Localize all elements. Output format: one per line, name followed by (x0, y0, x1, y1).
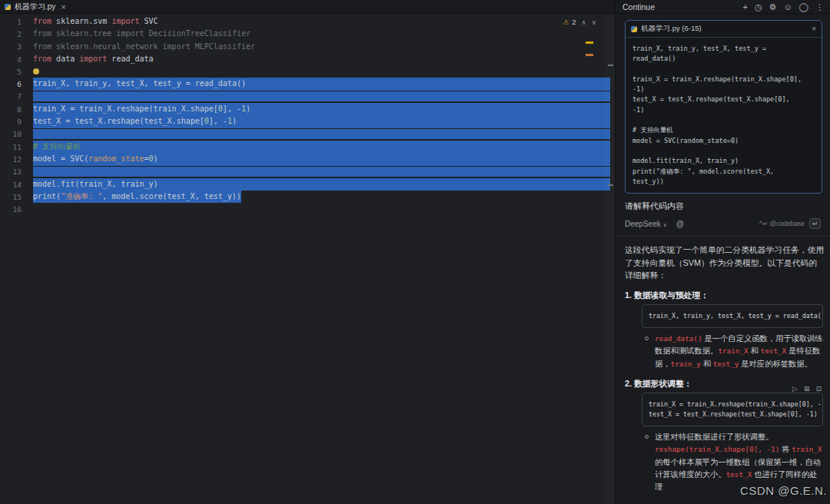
warning-count: 2 (572, 18, 576, 26)
code-text: train_X = train_X.reshape(train_X.shape[… (33, 103, 610, 115)
codebase-label: @codebase (770, 220, 805, 227)
code-block-toolbar: ▷⊞⊡ (792, 383, 822, 396)
bullet-item: 这里对特征数据进行了形状调整。reshape(train_X.shape[0],… (645, 431, 823, 493)
play-icon[interactable]: ▷ (792, 383, 798, 396)
code-line-6[interactable]: 6train_X, train_y, test_X, test_y = read… (0, 78, 615, 90)
bullet-marker (645, 435, 649, 439)
chevron-down-icon: ∨ (663, 222, 667, 227)
line-number: 16 (0, 205, 22, 214)
code-text: model = SVC(random_state=0) (33, 153, 610, 165)
code-line-1[interactable]: 1from sklearn.svm import SVC (0, 15, 615, 28)
code-line-2[interactable]: 2from sklearn.tree import DecisionTreeCl… (0, 28, 615, 40)
code-text: print("准确率: ", model.score(test_X, test_… (33, 191, 241, 203)
line-number: 4 (0, 55, 22, 64)
panel-toolbar: +◷⚙☺◯⋮ (743, 0, 824, 14)
code-line-3[interactable]: 3from sklearn.neural_network import MLPC… (0, 41, 615, 53)
panel-titlebar: Continue +◷⚙☺◯⋮ (615, 0, 830, 13)
tab-active-file[interactable]: 机器学习.py × (0, 0, 74, 13)
editor-scrollbar[interactable] (605, 14, 615, 503)
line-number: 15 (0, 193, 22, 201)
code-line-8[interactable]: 8train_X = train_X.reshape(train_X.shape… (0, 103, 615, 115)
gear-icon[interactable]: ⚙ (769, 0, 777, 14)
code-line-12[interactable]: 12model = SVC(random_state=0) (0, 153, 615, 165)
code-line-10[interactable]: 10 (0, 128, 615, 141)
context-code-line: model.fit(train_X, train_y) (632, 156, 815, 166)
bullet-text: 这里对特征数据进行了形状调整。reshape(train_X.shape[0],… (655, 431, 823, 493)
code-line-5[interactable]: 5 (0, 65, 615, 78)
code-text: from sklearn.tree import DecisionTreeCla… (33, 28, 251, 40)
response-code-wrap: ▷⊞⊡train_X = train_X.reshape(train_X.sha… (642, 393, 823, 426)
context-code-line: -1) (632, 85, 815, 94)
user-message[interactable]: 请解释代码内容 (625, 201, 821, 212)
python-file-icon (631, 26, 637, 32)
overview-ruler-warning-mark (586, 41, 593, 44)
overview-ruler-warning-mark (586, 54, 593, 56)
code-text (33, 65, 44, 78)
insert-icon[interactable]: ⊞ (804, 383, 810, 396)
context-code-line: model = SVC(random_state=0) (632, 136, 815, 146)
code-line-9[interactable]: 9test_X = test_X.reshape(test_X.shape[0]… (0, 115, 615, 128)
context-code-line: print("准确率: ", model.score(test_X, (632, 167, 815, 177)
response-code-wrap: train_X, train_y, test_X, test_y = read_… (642, 304, 823, 328)
next-marker-icon[interactable]: ∨ (592, 18, 596, 26)
line-number: 8 (0, 105, 22, 114)
line-number: 5 (0, 68, 22, 76)
context-card-header[interactable]: 机器学习.py (6-15) × (626, 21, 822, 38)
model-selector[interactable]: DeepSeek∨ (625, 220, 667, 228)
prev-marker-icon[interactable]: ∧ (582, 18, 586, 26)
context-code-line: train_X, train_y, test_X, test_y = (632, 44, 815, 54)
context-code-line: test_y)) (632, 177, 815, 187)
line-number: 10 (0, 130, 22, 138)
assistant-response: 这段代码实现了一个简单的二分类机器学习任务，使用了支持向量机（SVM）作为分类模… (616, 237, 830, 503)
lightbulb-icon[interactable] (33, 68, 39, 75)
chat-input-bar: DeepSeek∨ @ ^↵ @codebase ↵ (625, 218, 821, 229)
line-number: 2 (0, 30, 22, 38)
context-code-line (632, 115, 815, 125)
close-icon[interactable]: × (812, 25, 816, 33)
context-code-card: 机器学习.py (6-15) × train_X, train_y, test_… (625, 20, 822, 194)
history-icon[interactable]: ◷ (755, 0, 762, 14)
code-line-15[interactable]: 15print("准确率: ", model.score(test_X, tes… (0, 191, 615, 203)
code-text: test_X = test_X.reshape(test_X.shape[0],… (33, 115, 610, 128)
context-card-title: 机器学习.py (6-15) (641, 24, 702, 34)
code-editor[interactable]: 1from sklearn.svm import SVC2from sklear… (0, 14, 615, 503)
line-number: 9 (0, 118, 22, 126)
new-session-icon[interactable]: + (743, 0, 748, 14)
code-line-4[interactable]: 4from data import read_data (0, 53, 615, 65)
context-card-code: train_X, train_y, test_X, test_y =read_d… (626, 38, 822, 193)
response-sections: 1. 数据读取与预处理：train_X, train_y, test_X, te… (625, 289, 825, 494)
code-text: from sklearn.svm import SVC (33, 15, 158, 28)
problems-indicator[interactable]: ⚠ 2 ∧ ∨ (563, 18, 596, 26)
tab-close-icon[interactable]: × (61, 2, 65, 12)
line-number: 6 (0, 80, 22, 88)
mention-button[interactable]: @ (676, 220, 684, 228)
warning-icon: ⚠ (563, 18, 569, 26)
context-code-line: train_X = train_X.reshape(train_X.shape[… (632, 75, 815, 85)
response-code-block: train_X, train_y, test_X, test_y = read_… (642, 304, 823, 328)
code-line-16[interactable]: 16 (0, 203, 615, 215)
code-text: from sklearn.neural_network import MLPCl… (33, 41, 255, 53)
code-line-7[interactable]: 7 (0, 91, 615, 103)
response-code-block: train_X = train_X.reshape(train_X.shape[… (642, 393, 823, 426)
bullet-marker (645, 337, 649, 340)
line-number: 14 (0, 181, 22, 189)
copy-icon[interactable]: ⊡ (815, 383, 822, 396)
code-line-13[interactable]: 13 (0, 166, 615, 178)
send-button[interactable]: ↵ (809, 218, 821, 229)
line-number: 1 (0, 18, 22, 26)
account-icon[interactable]: ☺ (783, 0, 792, 14)
line-number: 12 (0, 155, 22, 164)
context-code-line (632, 65, 815, 75)
feedback-icon[interactable]: ◯ (799, 0, 808, 14)
line-number: 7 (0, 92, 22, 101)
more-icon[interactable]: ⋮ (815, 0, 824, 14)
code-line-14[interactable]: 14model.fit(train_X, train_y) (0, 178, 615, 191)
panel-title: Continue (622, 2, 655, 12)
code-line-11[interactable]: 11# 支持向量机 (0, 141, 615, 153)
context-code-line: # 支持向量机 (632, 125, 815, 135)
context-code-line: read_data() (632, 54, 815, 64)
tab-label: 机器学习.py (15, 2, 55, 12)
line-number: 13 (0, 167, 22, 176)
line-number: 11 (0, 143, 22, 151)
codebase-shortcut-hint: ^↵ @codebase (759, 220, 805, 227)
